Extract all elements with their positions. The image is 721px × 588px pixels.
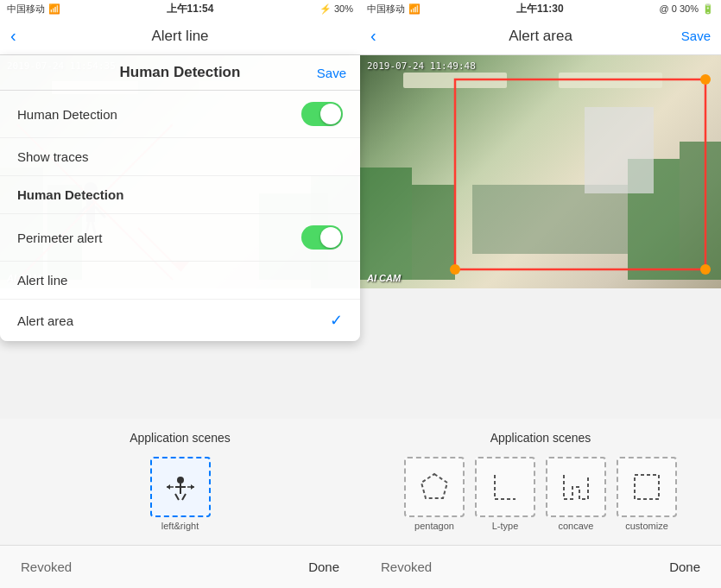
- svg-point-38: [700, 264, 711, 275]
- scene-item-left-right[interactable]: left&right: [150, 457, 211, 531]
- menu-label-human-detection-bold: Human Detection: [17, 187, 123, 202]
- svg-marker-23: [167, 484, 170, 490]
- menu-item-alert-area[interactable]: Alert area ✓: [0, 300, 360, 341]
- status-bar-right: 中国移动 📶 上午11:30 @ 0 30% 🔋: [360, 0, 721, 17]
- scene-icon-left-right[interactable]: [150, 457, 211, 517]
- scene-label-customize: customize: [625, 521, 668, 531]
- camera-scene-right: [360, 55, 721, 288]
- menu-item-human-detection[interactable]: Human Detection: [0, 91, 360, 138]
- left-status-icons-right: 中国移动 📶: [367, 3, 421, 16]
- carrier-right: 中国移动: [367, 3, 405, 16]
- toggle-perimeter-alert[interactable]: [301, 225, 343, 250]
- scene-item-pentagon[interactable]: pentagon: [404, 457, 465, 531]
- scene-item-concave[interactable]: concave: [546, 457, 606, 531]
- svg-rect-29: [360, 168, 412, 280]
- concave-icon: [559, 470, 593, 504]
- scene-icon-concave[interactable]: [546, 457, 606, 517]
- scene-item-l-type[interactable]: L-type: [475, 457, 535, 531]
- toggle-human-detection[interactable]: [301, 102, 343, 126]
- svg-line-21: [182, 494, 186, 500]
- revoked-button-left[interactable]: Revoked: [21, 560, 72, 574]
- carrier-left: 中国移动: [7, 3, 45, 16]
- dropdown-menu: Human Detection Save Human Detection Sho…: [0, 55, 360, 341]
- bottom-bar-right: Revoked Done: [360, 545, 721, 588]
- svg-rect-34: [585, 107, 654, 193]
- scenes-section-left: Application scenes: [0, 419, 360, 545]
- scene-label-left-right: left&right: [161, 521, 199, 531]
- customize-icon: [629, 470, 664, 504]
- menu-item-perimeter-alert[interactable]: Perimeter alert: [0, 214, 360, 262]
- menu-label-human-detection: Human Detection: [17, 107, 117, 122]
- menu-label-alert-area: Alert area: [17, 313, 73, 328]
- dropdown-header: Human Detection Save: [0, 55, 360, 91]
- done-button-right[interactable]: Done: [669, 560, 700, 574]
- scene-label-l-type: L-type: [492, 521, 519, 531]
- nav-title-right: Alert area: [509, 28, 572, 45]
- svg-marker-25: [191, 484, 194, 490]
- svg-line-20: [175, 494, 179, 500]
- menu-item-human-detection-bold[interactable]: Human Detection: [0, 176, 360, 214]
- save-button-right[interactable]: Save: [681, 28, 711, 43]
- scene-icon-pentagon[interactable]: [404, 457, 465, 517]
- right-panel: 中国移动 📶 上午11:30 @ 0 30% 🔋 ‹ Alert area Sa…: [360, 0, 721, 588]
- menu-item-alert-line[interactable]: Alert line: [0, 262, 360, 300]
- scenes-section-right: Application scenes pentagon L-type: [360, 419, 721, 545]
- bottom-bar-left: Revoked Done: [0, 545, 360, 588]
- checkmark-alert-area: ✓: [330, 311, 343, 330]
- time-left: 上午11:54: [167, 2, 214, 16]
- svg-marker-39: [421, 474, 447, 498]
- time-right: 上午11:30: [516, 2, 564, 16]
- svg-rect-30: [412, 185, 455, 280]
- scenes-grid-right: pentagon L-type concave: [360, 450, 721, 538]
- left-status-icons: 中国移动 📶: [7, 3, 60, 16]
- scene-icon-customize[interactable]: [617, 457, 677, 517]
- svg-point-37: [450, 264, 460, 275]
- scenes-grid-left: left&right: [0, 450, 360, 538]
- toggle-knob-human-detection: [320, 104, 341, 124]
- camera-timestamp-right: 2019-07-24 11:49:48: [367, 60, 476, 72]
- nav-title-left: Alert line: [151, 28, 208, 45]
- pentagon-icon: [417, 470, 452, 504]
- scene-label-concave: concave: [559, 521, 594, 531]
- camera-feed-right: 2019-07-24 11:49:48 AI CAM: [360, 55, 721, 288]
- scenes-title-right: Application scenes: [360, 426, 721, 450]
- left-panel: 中国移动 📶 上午11:54 ⚡ 30% ‹ Alert line: [0, 0, 360, 588]
- battery-right: @ 0 30% 🔋: [660, 3, 714, 15]
- menu-label-alert-line: Alert line: [17, 273, 67, 288]
- svg-rect-33: [472, 185, 628, 254]
- done-button-left[interactable]: Done: [308, 560, 339, 574]
- back-button-left[interactable]: ‹: [10, 26, 16, 46]
- menu-label-show-traces: Show traces: [17, 149, 89, 164]
- wifi-icon-right: 📶: [408, 3, 421, 15]
- camera-label-right: AI CAM: [367, 273, 401, 283]
- menu-label-perimeter-alert: Perimeter alert: [17, 231, 102, 245]
- status-bar-left: 中国移动 📶 上午11:54 ⚡ 30%: [0, 0, 360, 17]
- scene-icon-l-type[interactable]: [475, 457, 535, 517]
- left-right-icon: [163, 470, 198, 504]
- battery-left: ⚡ 30%: [319, 3, 353, 15]
- back-button-right[interactable]: ‹: [370, 26, 376, 46]
- nav-bar-right: ‹ Alert area Save: [360, 17, 721, 55]
- menu-item-show-traces[interactable]: Show traces: [0, 138, 360, 176]
- revoked-button-right[interactable]: Revoked: [381, 560, 432, 574]
- svg-point-17: [177, 477, 184, 484]
- svg-rect-40: [635, 475, 659, 499]
- dropdown-title: Human Detection: [120, 64, 241, 81]
- l-type-icon: [488, 470, 522, 504]
- scenes-title-left: Application scenes: [0, 426, 360, 450]
- svg-rect-32: [680, 142, 721, 280]
- scene-label-pentagon: pentagon: [414, 521, 454, 531]
- scene-item-customize[interactable]: customize: [617, 457, 677, 531]
- svg-point-36: [700, 74, 711, 85]
- nav-bar-left: ‹ Alert line: [0, 17, 360, 55]
- toggle-knob-perimeter-alert: [320, 227, 341, 248]
- dropdown-save[interactable]: Save: [317, 66, 346, 80]
- wifi-icon-left: 📶: [48, 3, 60, 15]
